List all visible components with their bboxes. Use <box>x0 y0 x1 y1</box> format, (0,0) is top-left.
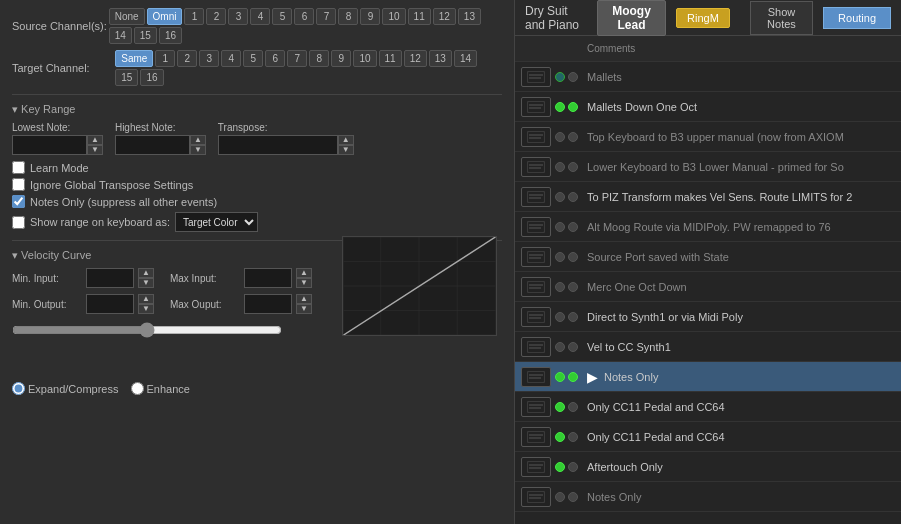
ch-btn-13[interactable]: 13 <box>458 8 481 25</box>
max-input-field[interactable]: 127 <box>244 268 292 288</box>
led-1[interactable] <box>555 432 565 442</box>
route-row[interactable]: Only CC11 Pedal and CC64 <box>515 422 901 452</box>
notes-only-checkbox[interactable] <box>12 195 25 208</box>
min-output-spinners[interactable]: ▲ ▼ <box>138 294 154 314</box>
moogy-lead-button[interactable]: Moogy Lead <box>597 0 666 36</box>
route-row[interactable]: Alt Moog Route via MIDIPoly. PW remapped… <box>515 212 901 242</box>
tch-btn-1[interactable]: 1 <box>155 50 175 67</box>
ch-btn-9[interactable]: 9 <box>360 8 380 25</box>
show-notes-tab[interactable]: Show Notes <box>750 1 813 35</box>
enhance-label[interactable]: Enhance <box>131 382 190 395</box>
expand-compress-label[interactable]: Expand/Compress <box>12 382 119 395</box>
led-2[interactable] <box>568 72 578 82</box>
tch-btn-3[interactable]: 3 <box>199 50 219 67</box>
ch-btn-5[interactable]: 5 <box>272 8 292 25</box>
tch-btn-5[interactable]: 5 <box>243 50 263 67</box>
routing-tab[interactable]: Routing <box>823 7 891 29</box>
max-ouput-spinners[interactable]: ▲ ▼ <box>296 294 312 314</box>
routing-table[interactable]: Comments MalletsMallets Down One OctTop … <box>515 36 901 524</box>
led-2[interactable] <box>568 252 578 262</box>
tch-btn-4[interactable]: 4 <box>221 50 241 67</box>
ch-btn-15[interactable]: 15 <box>134 27 157 44</box>
led-1[interactable] <box>555 282 565 292</box>
ch-btn-none[interactable]: None <box>109 8 145 25</box>
tch-btn-15[interactable]: 15 <box>115 69 138 86</box>
led-2[interactable] <box>568 162 578 172</box>
transpose-field[interactable]: 0.0 = perfect unison <box>218 135 338 155</box>
route-row[interactable]: Mallets <box>515 62 901 92</box>
transpose-input[interactable]: 0.0 = perfect unison ▲ ▼ <box>218 135 354 155</box>
led-1[interactable] <box>555 162 565 172</box>
min-input-down[interactable]: ▼ <box>138 278 154 288</box>
route-row[interactable]: Vel to CC Synth1 <box>515 332 901 362</box>
led-1[interactable] <box>555 492 565 502</box>
show-range-label[interactable]: Show range on keyboard as: <box>30 216 170 228</box>
ch-btn-omni[interactable]: Omni <box>147 8 183 25</box>
ignore-global-checkbox[interactable] <box>12 178 25 191</box>
led-2[interactable] <box>568 462 578 472</box>
tch-btn-7[interactable]: 7 <box>287 50 307 67</box>
ring-button[interactable]: RingM <box>676 8 730 28</box>
led-2[interactable] <box>568 342 578 352</box>
tch-btn-9[interactable]: 9 <box>331 50 351 67</box>
tch-btn-14[interactable]: 14 <box>454 50 477 67</box>
route-row[interactable]: Only CC11 Pedal and CC64 <box>515 392 901 422</box>
led-1[interactable] <box>555 402 565 412</box>
min-output-field[interactable]: 0 <box>86 294 134 314</box>
min-input-spinners[interactable]: ▲ ▼ <box>138 268 154 288</box>
route-row[interactable]: Top Keyboard to B3 upper manual (now fro… <box>515 122 901 152</box>
lowest-note-down[interactable]: ▼ <box>87 145 103 155</box>
learn-mode-checkbox[interactable] <box>12 161 25 174</box>
ch-btn-14[interactable]: 14 <box>109 27 132 44</box>
led-2[interactable] <box>568 372 578 382</box>
highest-note-down[interactable]: ▼ <box>190 145 206 155</box>
max-ouput-field[interactable]: 127 <box>244 294 292 314</box>
ch-btn-16[interactable]: 16 <box>159 27 182 44</box>
max-input-down[interactable]: ▼ <box>296 278 312 288</box>
enhance-radio[interactable] <box>131 382 144 395</box>
route-row[interactable]: Mallets Down One Oct <box>515 92 901 122</box>
notes-only-label[interactable]: Notes Only (suppress all other events) <box>30 196 217 208</box>
lowest-note-spinners[interactable]: ▲ ▼ <box>87 135 103 155</box>
lowest-note-field[interactable]: 0 - C-2 <box>12 135 87 155</box>
ch-btn-10[interactable]: 10 <box>382 8 405 25</box>
min-input-field[interactable]: 0 <box>86 268 134 288</box>
led-2[interactable] <box>568 312 578 322</box>
led-1[interactable] <box>555 312 565 322</box>
transpose-spinners[interactable]: ▲ ▼ <box>338 135 354 155</box>
transpose-down[interactable]: ▼ <box>338 145 354 155</box>
ch-btn-12[interactable]: 12 <box>433 8 456 25</box>
led-2[interactable] <box>568 432 578 442</box>
ch-btn-4[interactable]: 4 <box>250 8 270 25</box>
tch-btn-11[interactable]: 11 <box>379 50 402 67</box>
led-1[interactable] <box>555 222 565 232</box>
tch-btn-same[interactable]: Same <box>115 50 153 67</box>
led-1[interactable] <box>555 102 565 112</box>
led-1[interactable] <box>555 372 565 382</box>
route-row[interactable]: Merc One Oct Down <box>515 272 901 302</box>
led-2[interactable] <box>568 282 578 292</box>
lowest-note-input[interactable]: 0 - C-2 ▲ ▼ <box>12 135 103 155</box>
led-1[interactable] <box>555 462 565 472</box>
show-range-select[interactable]: Target Color <box>175 212 258 232</box>
show-range-checkbox[interactable] <box>12 216 25 229</box>
max-input-up[interactable]: ▲ <box>296 268 312 278</box>
min-output-up[interactable]: ▲ <box>138 294 154 304</box>
led-2[interactable] <box>568 102 578 112</box>
highest-note-up[interactable]: ▲ <box>190 135 206 145</box>
led-1[interactable] <box>555 192 565 202</box>
max-ouput-down[interactable]: ▼ <box>296 304 312 314</box>
tch-btn-12[interactable]: 12 <box>404 50 427 67</box>
led-1[interactable] <box>555 132 565 142</box>
tch-btn-8[interactable]: 8 <box>309 50 329 67</box>
route-row[interactable]: Aftertouch Only <box>515 452 901 482</box>
route-row[interactable]: ▶Notes Only <box>515 362 901 392</box>
led-2[interactable] <box>568 222 578 232</box>
tch-btn-10[interactable]: 10 <box>353 50 376 67</box>
led-2[interactable] <box>568 132 578 142</box>
ignore-global-label[interactable]: Ignore Global Transpose Settings <box>30 179 193 191</box>
highest-note-input[interactable]: 127 - G8 ▲ ▼ <box>115 135 206 155</box>
route-row[interactable]: To PIZ Transform makes Vel Sens. Route L… <box>515 182 901 212</box>
route-row[interactable]: Direct to Synth1 or via Midi Poly <box>515 302 901 332</box>
route-row[interactable]: Lower Keyboard to B3 Lower Manual - prim… <box>515 152 901 182</box>
